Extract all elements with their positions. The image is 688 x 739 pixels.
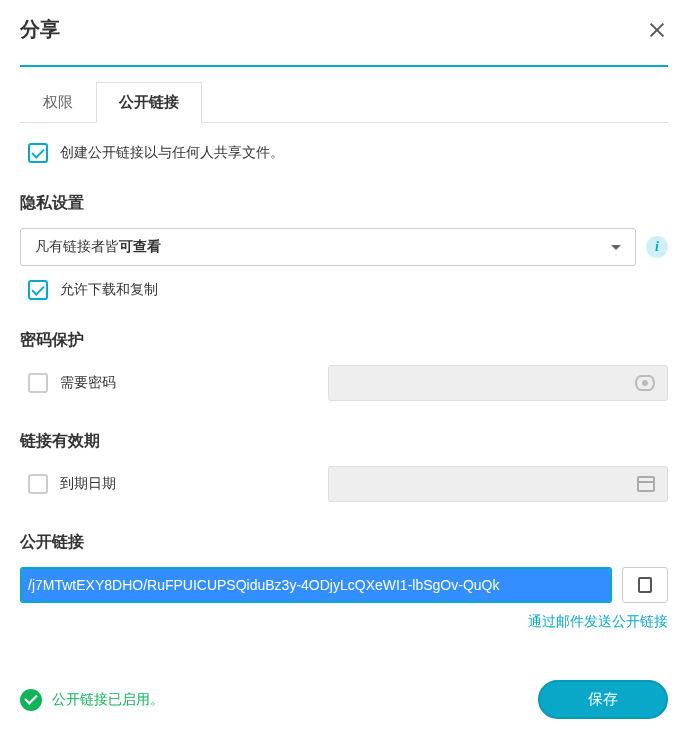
eye-icon <box>635 375 655 391</box>
create-public-link-checkbox[interactable] <box>28 143 48 163</box>
require-password-label: 需要密码 <box>60 374 116 392</box>
copy-icon <box>638 577 652 593</box>
copy-button[interactable] <box>622 567 668 603</box>
expiry-date-field <box>328 466 668 502</box>
save-button[interactable]: 保存 <box>538 680 668 719</box>
tab-permissions[interactable]: 权限 <box>20 82 96 123</box>
calendar-icon <box>637 476 655 492</box>
dialog-title: 分享 <box>20 16 60 43</box>
expiry-label: 到期日期 <box>60 475 116 493</box>
privacy-select-text: 凡有链接者皆可查看 <box>35 238 161 256</box>
public-link-title: 公开链接 <box>20 532 668 553</box>
allow-download-label: 允许下载和复制 <box>60 281 158 299</box>
password-title: 密码保护 <box>20 330 668 351</box>
password-field <box>328 365 668 401</box>
check-circle-icon <box>20 689 42 711</box>
send-by-email-link[interactable]: 通过邮件发送公开链接 <box>20 613 668 631</box>
chevron-down-icon <box>611 245 621 250</box>
privacy-title: 隐私设置 <box>20 193 668 214</box>
status-text: 公开链接已启用。 <box>52 691 164 709</box>
info-icon[interactable]: i <box>646 236 668 258</box>
status-message: 公开链接已启用。 <box>20 689 164 711</box>
close-icon[interactable] <box>646 19 668 41</box>
tab-public-link[interactable]: 公开链接 <box>96 82 202 123</box>
tabs: 权限 公开链接 <box>20 81 668 123</box>
expiry-title: 链接有效期 <box>20 431 668 452</box>
allow-download-checkbox[interactable] <box>28 280 48 300</box>
privacy-select[interactable]: 凡有链接者皆可查看 <box>20 228 636 266</box>
require-password-checkbox[interactable] <box>28 373 48 393</box>
public-link-input[interactable] <box>22 569 610 601</box>
create-public-link-label: 创建公开链接以与任何人共享文件。 <box>60 144 284 162</box>
expiry-checkbox[interactable] <box>28 474 48 494</box>
